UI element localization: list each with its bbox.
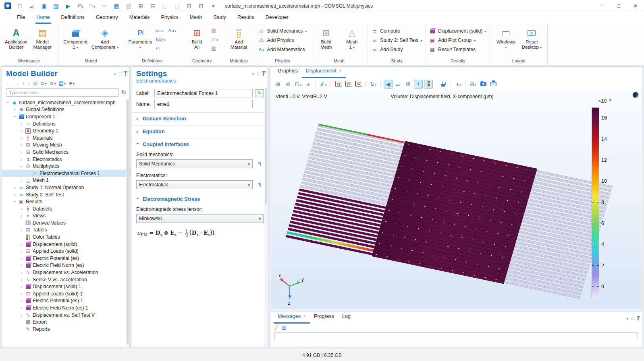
zoom-extents-button[interactable] — [304, 80, 313, 89]
menu-file[interactable]: File — [16, 12, 26, 24]
close-tab-icon[interactable] — [339, 68, 342, 74]
result-templates-button[interactable]: ▦Result Templates — [429, 45, 486, 54]
tree-item-solid-mechanics[interactable]: ›⊟Solid Mechanics — [2, 149, 129, 156]
section-coupled-interfaces[interactable]: ›Coupled Interfaces — [132, 138, 268, 148]
menu-results[interactable]: Results — [237, 12, 255, 24]
expander-closed-icon[interactable]: › — [19, 291, 25, 296]
compute-button[interactable]: =Compute — [371, 27, 422, 35]
expander-closed-icon[interactable]: › — [19, 150, 25, 155]
select-frame-button[interactable]: ◻ — [160, 1, 170, 11]
undo-button[interactable]: ↶ — [75, 1, 85, 11]
run-button[interactable]: ▶ — [63, 1, 73, 11]
expander-closed-icon[interactable]: › — [19, 206, 25, 211]
rotate-view-button[interactable]: ↻ — [369, 80, 378, 89]
menu-developer[interactable]: Developer — [265, 12, 289, 24]
menu-materials[interactable]: Materials — [129, 12, 151, 24]
tree-item-electromechanical-forces-1[interactable]: ⇘Electromechanical Forces 1 — [2, 170, 129, 177]
tree-item-definitions[interactable]: ›≡Definitions — [2, 120, 129, 128]
legend-toggle-button[interactable] — [424, 80, 433, 89]
section-domain-selection[interactable]: ›Domain Selection — [132, 112, 268, 122]
rebuild-button[interactable]: ⇄ — [210, 35, 220, 43]
delete-button[interactable]: ⊟ — [147, 1, 158, 11]
build-all-button[interactable]: ⊞BuildAll — [185, 26, 210, 51]
tree-item-electrostatics[interactable]: ›↯Electrostatics — [2, 156, 129, 163]
open-button[interactable]: ▱ — [27, 1, 37, 11]
lock-view-button[interactable] — [439, 80, 448, 89]
panel-maximize-icon[interactable] — [119, 71, 122, 76]
menu-geometry[interactable]: Geometry — [95, 12, 119, 24]
panel-maximize-icon[interactable] — [632, 316, 634, 321]
panel-menu-icon[interactable] — [114, 71, 116, 76]
expander-closed-icon[interactable]: › — [19, 305, 25, 310]
transparency-button[interactable]: ▱ — [394, 80, 403, 89]
tree-item-component-1[interactable]: ›Component 1 — [2, 113, 129, 120]
insert-sequence-button[interactable]: ▥ — [210, 27, 220, 34]
close-button[interactable] — [627, 0, 644, 12]
filter-input[interactable] — [6, 88, 118, 97]
tree-item-electric-potential-es[interactable]: ›Electric Potential (es) — [2, 255, 129, 262]
menu-home[interactable]: Home — [35, 12, 50, 24]
deselect-frame-button[interactable]: ◻ — [172, 1, 182, 11]
expander-closed-icon[interactable]: › — [12, 107, 18, 112]
copy-button[interactable]: ▦ — [111, 1, 122, 11]
section-electromagnetic-stress[interactable]: ›Electromagnetic Stress — [132, 193, 268, 203]
tree-item-displacement-solid[interactable]: ›Displacement (solid) — [2, 241, 129, 248]
expander-open-icon[interactable]: › — [19, 163, 24, 169]
zoom-in-button[interactable]: ⊕ — [274, 80, 283, 89]
parameters-button[interactable]: PiParameters — [127, 26, 154, 51]
label-field[interactable] — [154, 89, 253, 97]
stress-tensor-dropdown[interactable]: Minkowski — [136, 214, 264, 223]
geometry-parts-button[interactable]: ▥ — [210, 44, 220, 52]
panel-pin-icon[interactable] — [125, 72, 126, 76]
panel-maximize-icon[interactable] — [257, 71, 260, 76]
tree-item-export[interactable]: ▤Export — [2, 318, 129, 326]
tree-item-displacement-vs-acceleration[interactable]: ›∿Displacement vs. Acceleration — [2, 269, 129, 276]
solid-mechanics-select[interactable]: ⊟Solid Mechanics — [258, 27, 307, 35]
expander-closed-icon[interactable]: › — [19, 227, 25, 232]
color-theme-button[interactable]: ◑ — [454, 80, 463, 89]
tree-item-moving-mesh[interactable]: ›▨Moving Mesh — [2, 142, 129, 149]
preview-button[interactable]: ⊡ — [184, 1, 194, 11]
comsol-logo-button[interactable] — [2, 1, 13, 11]
tree-item-electric-field-norm-es-1[interactable]: ›Electric Field Norm (es) 1 — [2, 304, 129, 311]
default-view-button[interactable]: ∡ — [319, 80, 328, 89]
expander-closed-icon[interactable]: › — [19, 277, 25, 282]
tree-item-views[interactable]: ›⌖Views — [2, 212, 129, 220]
application-builder-button[interactable]: AApplicationBuilder — [3, 26, 29, 51]
tree-item-mesh-1[interactable]: ›△Mesh 1 — [2, 177, 129, 184]
close-tab-icon[interactable] — [303, 314, 306, 319]
axes-toggle-button[interactable]: ⊥ — [414, 80, 423, 89]
expand-all-button[interactable]: ≣ — [50, 80, 56, 86]
tree-item-applied-loads-solid-1[interactable]: ›⊡Applied Loads (solid) 1 — [2, 290, 129, 297]
nonlocal-couplings-button[interactable]: Δu — [167, 27, 177, 34]
redo-button[interactable]: ↷ — [87, 1, 98, 11]
menu-study[interactable]: Study — [212, 12, 227, 24]
windows-button[interactable]: Windows — [493, 26, 518, 51]
clear-messages-button[interactable]: ╱ — [274, 324, 278, 331]
expander-closed-icon[interactable]: › — [12, 192, 18, 197]
tree-item-materials[interactable]: ›⣿Materials — [2, 134, 129, 142]
move-up-button[interactable]: ↑ — [22, 80, 25, 86]
expander-open-icon[interactable]: › — [12, 199, 17, 204]
expander-closed-icon[interactable]: › — [19, 256, 25, 261]
messages-output[interactable] — [274, 332, 638, 341]
tree-item-study-1-normal-operation[interactable]: ›∞Study 1: Normal Operation — [2, 184, 129, 191]
solid-mechanics-dropdown[interactable]: Solid Mechanics — [136, 159, 253, 168]
scrollbar[interactable] — [126, 99, 129, 346]
go-back-button[interactable]: ← — [6, 80, 11, 86]
electrostatics-dropdown[interactable]: Electrostatics — [136, 180, 253, 189]
add-material-button[interactable]: ⣿AddMaterial — [226, 26, 251, 51]
tree-item-multiphysics[interactable]: ›⁂Multiphysics — [2, 163, 129, 170]
snapshot-button[interactable] — [479, 80, 488, 89]
tree-item-datasets[interactable]: ›⣿Datasets — [2, 205, 129, 212]
wireframe-button[interactable]: ⊞ — [404, 80, 413, 89]
study-2-select[interactable]: ∞Study 2: Self Test — [371, 36, 422, 45]
expander-closed-icon[interactable]: › — [19, 178, 25, 183]
expander-closed-icon[interactable]: › — [19, 263, 25, 268]
expander-closed-icon[interactable]: › — [12, 185, 18, 190]
expander-closed-icon[interactable]: › — [19, 136, 25, 140]
tree-item-displacement-solid-1[interactable]: ›Displacement (solid) 1 — [2, 283, 129, 290]
add-study-button[interactable]: ∞Add Study — [371, 45, 422, 54]
displacement-solid-select[interactable]: Displacement (solid) — [429, 27, 486, 35]
menu-mesh[interactable]: Mesh — [189, 12, 203, 24]
